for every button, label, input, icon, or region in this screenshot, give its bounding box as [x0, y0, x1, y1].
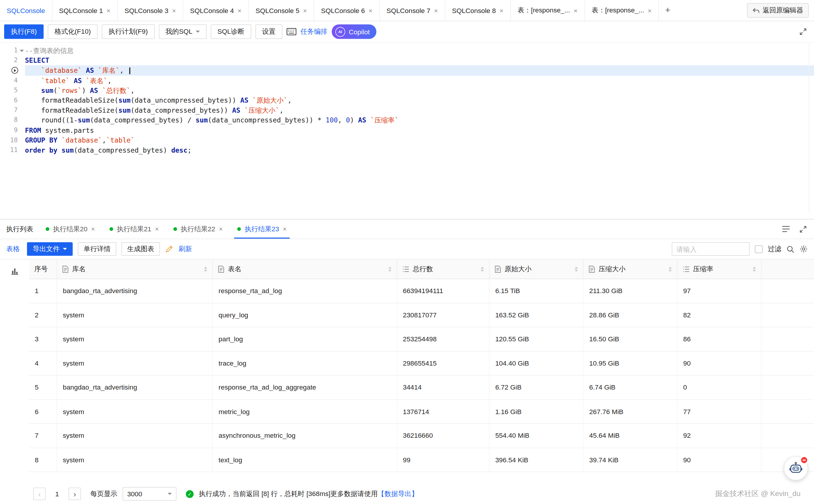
code-line[interactable]: 9FROM system.parts [0, 125, 814, 135]
next-page-button[interactable]: › [69, 488, 81, 500]
table-row[interactable]: 8systemtext_log99396.54 KiB39.74 KiB90 [29, 448, 814, 472]
console-tab[interactable]: SQLConsole 8× [445, 0, 511, 21]
data-export-link[interactable]: 【数据导出】 [378, 490, 418, 497]
table-row[interactable]: 5bangdao_rta_advertisingresponse_rta_ad_… [29, 376, 814, 400]
sort-desc-icon[interactable] [204, 269, 207, 272]
table-header-cell[interactable]: 原始大小 [490, 259, 583, 279]
run-statement-icon[interactable] [12, 67, 18, 74]
result-tab[interactable]: 执行结果22× [166, 219, 230, 239]
close-icon[interactable]: × [574, 7, 577, 14]
keyboard-shortcut-icon[interactable] [287, 28, 296, 35]
task-orchestration-link[interactable]: 任务编排 [301, 27, 327, 36]
close-icon[interactable]: × [369, 7, 372, 14]
table-row[interactable]: 4systemtrace_log298655415104.40 GiB10.95… [29, 351, 814, 376]
sql-editor[interactable]: 1--查询表的信息2SELECT `database` AS `库名`, 4 `… [0, 43, 814, 219]
table-row[interactable]: 1bangdao_rta_advertisingresponse_rta_ad_… [29, 279, 814, 303]
format-button[interactable]: 格式化(F10) [48, 24, 97, 39]
table-row[interactable]: 3systempart_log253254498120.55 GiB16.50 … [29, 327, 814, 352]
sort-desc-icon[interactable] [753, 269, 756, 272]
console-tab[interactable]: SQLConsole 7× [380, 0, 445, 21]
code-line[interactable]: 10GROUP BY `database`,`table` [0, 135, 814, 145]
editor-fullscreen-icon[interactable] [800, 28, 807, 35]
sort-icon[interactable] [204, 266, 207, 272]
edit-pencil-icon[interactable] [165, 245, 173, 253]
table-header-cell[interactable]: 库名 [57, 259, 213, 279]
console-tab[interactable]: SQLConsole [0, 0, 52, 21]
table-row[interactable]: 7systemasynchronous_metric_log3621666055… [29, 424, 814, 448]
close-icon[interactable]: × [155, 225, 159, 233]
result-settings-gear-icon[interactable] [800, 245, 808, 253]
close-icon[interactable]: × [219, 225, 223, 233]
bar-chart-icon[interactable] [10, 266, 19, 275]
sort-desc-icon[interactable] [481, 269, 484, 272]
back-to-editor-button[interactable]: 返回原编辑器 [747, 3, 809, 18]
table-header-cell[interactable]: 序号 [29, 259, 57, 279]
copilot-button[interactable]: AI Copilot [332, 24, 377, 39]
close-icon[interactable]: × [106, 7, 110, 14]
console-tab[interactable]: SQLConsole 6× [314, 0, 380, 21]
code-line[interactable]: 5 sum(`rows`) AS `总行数`, [0, 85, 814, 96]
search-icon[interactable] [786, 245, 794, 253]
fold-caret-icon[interactable] [20, 49, 24, 51]
sort-asc-icon[interactable] [481, 266, 484, 269]
editor-scrollbar[interactable] [809, 43, 814, 214]
code-line[interactable]: 1--查询表的信息 [0, 46, 814, 56]
sort-icon[interactable] [481, 266, 484, 272]
result-tab[interactable]: 执行结果20× [38, 219, 102, 239]
code-line[interactable]: 11order by sum(data_compressed_bytes) de… [0, 145, 814, 155]
sort-icon[interactable] [753, 266, 756, 272]
table-header-cell[interactable]: 表名 [213, 259, 397, 279]
result-search-input[interactable] [672, 242, 750, 256]
prev-page-button[interactable]: ‹ [33, 488, 46, 500]
generate-chart-button[interactable]: 生成图表 [121, 242, 160, 256]
code-line[interactable]: 4 `table` AS `表名`, [0, 75, 814, 85]
sort-icon[interactable] [669, 266, 672, 272]
table-view-tab[interactable]: 表格 [6, 244, 20, 254]
sql-diagnose-button[interactable]: SQL诊断 [211, 24, 251, 39]
code-line[interactable]: 2SELECT [0, 56, 814, 66]
table-header-cell[interactable]: 总行数 [397, 259, 490, 279]
add-tab-button[interactable]: + [659, 0, 677, 21]
sort-asc-icon[interactable] [669, 266, 672, 269]
close-icon[interactable]: × [238, 7, 242, 14]
sort-asc-icon[interactable] [388, 266, 392, 269]
result-list-icon[interactable] [782, 226, 790, 232]
sort-icon[interactable] [388, 266, 392, 272]
result-tab[interactable]: 执行结果21× [102, 219, 166, 239]
sort-asc-icon[interactable] [574, 266, 578, 269]
execution-list-tab[interactable]: 执行列表 [6, 219, 33, 239]
close-icon[interactable]: × [303, 7, 307, 14]
sort-desc-icon[interactable] [669, 269, 672, 272]
console-tab[interactable]: 表：[response_...× [585, 0, 659, 21]
result-tab[interactable]: 执行结果23× [230, 219, 294, 239]
console-tab[interactable]: SQLConsole 5× [249, 0, 314, 21]
refresh-button[interactable]: 刷新 [178, 244, 192, 254]
code-line[interactable]: 6 formatReadableSize(sum(data_uncompress… [0, 96, 814, 106]
close-icon[interactable]: × [283, 225, 287, 233]
export-file-button[interactable]: 导出文件 [27, 242, 72, 256]
code-line[interactable]: 7 formatReadableSize(sum(data_compressed… [0, 105, 814, 115]
table-row[interactable]: 2systemquery_log230817077163.52 GiB28.86… [29, 303, 814, 327]
current-page[interactable]: 1 [51, 488, 63, 500]
sort-desc-icon[interactable] [388, 269, 392, 272]
row-detail-button[interactable]: 单行详情 [78, 242, 116, 256]
filter-checkbox[interactable] [755, 245, 763, 253]
sort-desc-icon[interactable] [574, 269, 578, 272]
sort-asc-icon[interactable] [753, 266, 756, 269]
code-line[interactable]: `database` AS `库名`, [0, 66, 814, 76]
page-size-select[interactable]: 3000 [122, 487, 176, 501]
close-icon[interactable]: × [648, 7, 652, 14]
close-icon[interactable]: × [91, 225, 95, 233]
explain-plan-button[interactable]: 执行计划(F9) [102, 24, 155, 39]
table-header-cell[interactable]: 压缩率 [678, 259, 762, 279]
close-icon[interactable]: × [500, 7, 503, 14]
console-tab[interactable]: SQLConsole 3× [118, 0, 183, 21]
run-button[interactable]: 执行(F8) [4, 24, 43, 39]
close-icon[interactable]: × [434, 7, 438, 14]
console-tab[interactable]: SQLConsole 4× [183, 0, 249, 21]
sort-icon[interactable] [574, 266, 578, 272]
sort-asc-icon[interactable] [204, 266, 207, 269]
assistant-float-button[interactable] [784, 456, 808, 480]
close-icon[interactable]: × [172, 7, 176, 14]
my-sql-dropdown[interactable]: 我的SQL [159, 24, 206, 39]
